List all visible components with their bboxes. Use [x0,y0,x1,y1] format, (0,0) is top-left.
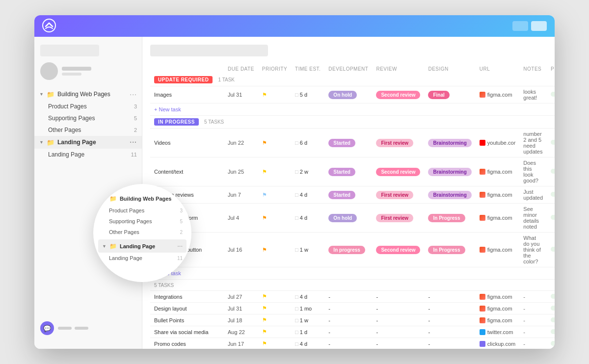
bottom-line1 [58,327,72,330]
new-task-row[interactable]: + New task [150,267,555,280]
time-est-cell: 4 d [291,204,324,233]
url-favicon [480,140,485,146]
sidebar-item-landing-page-group[interactable]: ▼ 📁 Landing Page ··· [34,136,142,149]
zoom-product-pages[interactable]: Product Pages 3 [98,205,187,216]
dev-cell: In progress [324,233,372,267]
supporting-pages-count: 5 [134,115,137,121]
zoom-supporting-pages[interactable]: Supporting Pages 5 [98,216,187,227]
col-priority: PRIORITY [258,64,291,74]
titlebar-btn1[interactable] [512,21,528,31]
zoom-other-pages-label: Other Pages [109,229,139,235]
section-header-row: IN PROGRESS 5 TASKS [150,116,555,129]
due-date-cell: Jun 17 [224,338,258,349]
review-cell: First review [372,186,424,204]
new-task-cell[interactable]: + New task [150,104,555,116]
sidebar-item-supporting-pages[interactable]: Supporting Pages 5 [34,112,142,124]
url-text: figma.com [487,192,512,198]
sidebar-search-bar [40,45,99,56]
notes-cell: - [519,326,547,338]
landing-page-more[interactable]: ··· [130,138,137,146]
notes-cell: See minor details noted [519,204,547,233]
dev-cell: On hold [324,204,372,233]
progress-cell: 0% [547,326,555,338]
new-task-cell[interactable]: + New task [150,267,555,280]
task-name-cell: Content/text [150,157,224,186]
zoom-other-pages[interactable]: Other Pages 2 [98,227,187,237]
time-est-cell: 4 d [291,291,324,303]
table-row: Design layout Jul 31 ⚑ 1 mo --- figma.co… [150,303,555,314]
notes-cell: Just updated [519,186,547,204]
titlebar-btn2[interactable] [531,21,547,31]
review-dash: - [372,326,424,338]
priority-cell: ⚑ [258,314,291,326]
url-text: figma.com [487,215,512,221]
design-dash: - [424,338,475,349]
col-design: DESIGN [424,64,475,74]
review-pill: First review [376,191,413,199]
design-dash: - [424,303,475,314]
zoom-building-web-pages-label: Building Web Pages [120,196,172,202]
sidebar-bottom: 💬 [34,315,142,341]
building-web-pages-more[interactable]: ··· [130,90,137,98]
progress-bar [551,247,555,252]
sidebar-item-landing-page[interactable]: Landing Page 11 [34,149,142,160]
section-header-row: UPDATE REQUIRED 1 TASK [150,74,555,86]
design-pill: In Progress [428,246,465,254]
new-task-row[interactable]: + New task [150,104,555,116]
due-date-cell: Jul 27 [224,291,258,303]
main-search-bar[interactable] [150,45,268,56]
time-est-cell: 1 mo [291,303,324,314]
sidebar-item-other-pages[interactable]: Other Pages 2 [34,124,142,136]
design-pill: In Progress [428,214,465,222]
progress-cell: 0% [547,86,555,104]
due-date-cell: Aug 22 [224,326,258,338]
priority-flag-medium: ⚑ [262,293,267,300]
table-row: Bullet Points Jul 18 ⚑ 1 w --- figma.com… [150,314,555,326]
design-dash: - [424,326,475,338]
chat-bubble-icon[interactable]: 💬 [40,321,54,335]
progress-bar [551,306,555,311]
dev-pill: On hold [328,91,357,99]
progress-bar [551,294,555,299]
url-cell: figma.com [476,204,519,233]
notes-cell: What do you think of the color? [519,233,547,267]
zoom-landing-page[interactable]: ▼ 📁 Landing Page ··· [98,239,187,253]
task-name-cell: Integrations [150,291,224,303]
url-cell: figma.com [476,314,519,326]
priority-flag-high: ⚑ [262,140,267,146]
zoom-landing-page-count: 11 [177,256,183,261]
url-text: figma.com [487,92,512,98]
url-cell: figma.com [476,303,519,314]
url-favicon [480,317,485,323]
design-cell: Brainstorming [424,157,475,186]
priority-flag-high: ⚑ [262,215,267,221]
zoom-landing-page-label: Landing Page [120,243,155,249]
sidebar-item-product-pages[interactable]: Product Pages 3 [34,101,142,112]
progress-cell: 0% [547,233,555,267]
task-name-cell: Videos [150,129,224,157]
url-text: figma.com [487,317,512,323]
url-favicon [480,247,485,253]
url-favicon [480,215,485,221]
dev-pill: Started [328,139,355,147]
review-cell: Second review [372,157,424,186]
progress-cell: 0% [547,186,555,204]
zoom-landing-page-child[interactable]: Landing Page 11 [98,253,187,263]
sidebar-item-building-web-pages[interactable]: ▼ 📁 Building Web Pages ··· [34,88,142,101]
table-row: Integrations Jul 27 ⚑ 4 d --- figma.com … [150,291,555,303]
progress-cell: 0% [547,291,555,303]
notes-cell: Does this look good? [519,157,547,186]
priority-cell: ⚑ [258,86,291,104]
url-cell: clickup.com [476,338,519,349]
section-badge: IN PROGRESS [154,118,199,126]
col-development: DEVELOPMENT [324,64,372,74]
design-dash: - [424,291,475,303]
task-name-cell: Bullet Points [150,314,224,326]
time-est-cell: 4 d [291,186,324,204]
url-text: figma.com [487,169,512,175]
priority-cell: ⚑ [258,326,291,338]
due-date-cell: Jul 16 [224,233,258,267]
notes-cell: - [519,314,547,326]
priority-flag-medium: ⚑ [262,305,267,312]
priority-flag-medium: ⚑ [262,317,267,323]
